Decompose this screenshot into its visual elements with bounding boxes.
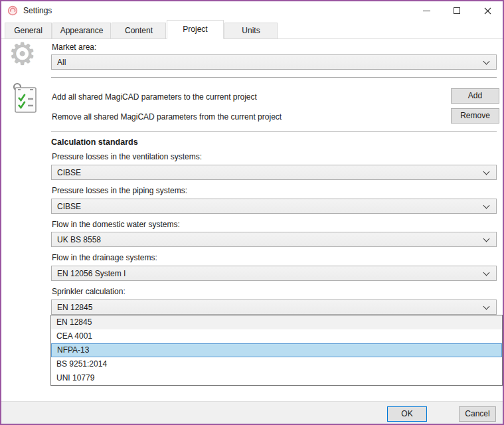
chevron-down-icon bbox=[483, 58, 490, 65]
piping-pressure-value: CIBSE bbox=[57, 202, 81, 211]
ventilation-pressure-select[interactable]: CIBSE bbox=[51, 165, 497, 180]
window-title: Settings bbox=[23, 6, 52, 15]
remove-button[interactable]: Remove bbox=[451, 108, 499, 124]
drainage-flow-select[interactable]: EN 12056 System I bbox=[51, 266, 497, 281]
market-area-label: Market area: bbox=[52, 42, 96, 52]
domestic-water-label: Flow in the domestic water systems: bbox=[52, 220, 180, 229]
chevron-down-icon bbox=[483, 303, 490, 310]
dialog-footer: OK Cancel bbox=[1, 401, 503, 424]
ventilation-pressure-label: Pressure losses in the ventilation syste… bbox=[52, 152, 202, 161]
maximize-button[interactable] bbox=[442, 1, 472, 20]
sprinkler-calculation-value: EN 12845 bbox=[57, 303, 92, 312]
add-parameters-text: Add all shared MagiCAD parameters to the… bbox=[52, 92, 257, 102]
tab-content[interactable]: Content bbox=[112, 23, 166, 39]
tab-units[interactable]: Units bbox=[224, 23, 278, 39]
market-area-select[interactable]: All bbox=[51, 54, 497, 70]
ok-button[interactable]: OK bbox=[387, 406, 427, 422]
minimize-icon bbox=[423, 11, 430, 11]
piping-pressure-label: Pressure losses in the piping systems: bbox=[52, 186, 187, 195]
cancel-button[interactable]: Cancel bbox=[459, 406, 496, 422]
minimize-button[interactable] bbox=[411, 1, 442, 20]
ventilation-pressure-value: CIBSE bbox=[57, 168, 81, 177]
option-nfpa-13[interactable]: NFPA-13 bbox=[51, 343, 502, 357]
window-controls bbox=[411, 1, 503, 20]
separator bbox=[51, 131, 497, 132]
piping-pressure-select[interactable]: CIBSE bbox=[51, 199, 497, 214]
sprinkler-calculation-select[interactable]: EN 12845 bbox=[51, 299, 497, 315]
close-button[interactable] bbox=[472, 1, 503, 20]
chevron-down-icon bbox=[483, 270, 490, 276]
settings-dialog: Settings General Appearance Content Proj… bbox=[0, 0, 504, 425]
chevron-down-icon bbox=[483, 236, 490, 242]
add-button[interactable]: Add bbox=[451, 88, 499, 104]
domestic-water-select[interactable]: UK BS 8558 bbox=[51, 232, 497, 247]
tab-bar: General Appearance Content Project Units bbox=[1, 20, 503, 39]
remove-parameters-text: Remove all shared MagiCAD parameters fro… bbox=[52, 112, 282, 122]
domestic-water-value: UK BS 8558 bbox=[57, 235, 101, 244]
drainage-flow-label: Flow in the drainage systems: bbox=[52, 253, 157, 262]
project-tab-panel: ⚙ Market area: All Add all shared MagiCA… bbox=[1, 39, 503, 401]
maximize-icon bbox=[454, 7, 460, 14]
calculation-standards-heading: Calculation standards bbox=[51, 137, 138, 147]
tab-project[interactable]: Project bbox=[167, 20, 224, 39]
checklist-icon bbox=[11, 82, 40, 118]
option-bs-9251-2014[interactable]: BS 9251:2014 bbox=[51, 357, 502, 371]
magicad-logo-icon bbox=[7, 5, 18, 16]
sprinkler-options-dropdown: EN 12845 CEA 4001 NFPA-13 BS 9251:2014 U… bbox=[50, 315, 503, 386]
option-cea-4001[interactable]: CEA 4001 bbox=[51, 329, 502, 343]
gear-icon: ⚙ bbox=[9, 39, 36, 69]
chevron-down-icon bbox=[483, 203, 490, 209]
titlebar: Settings bbox=[1, 1, 503, 20]
option-uni-10779[interactable]: UNI 10779 bbox=[51, 371, 502, 385]
separator bbox=[51, 77, 497, 78]
market-area-value: All bbox=[57, 58, 66, 67]
close-icon bbox=[484, 7, 491, 15]
drainage-flow-value: EN 12056 System I bbox=[57, 269, 126, 278]
option-en-12845[interactable]: EN 12845 bbox=[51, 315, 502, 329]
sprinkler-calculation-label: Sprinkler calculation: bbox=[52, 287, 126, 296]
chevron-down-icon bbox=[483, 169, 490, 175]
tab-appearance[interactable]: Appearance bbox=[52, 23, 111, 39]
